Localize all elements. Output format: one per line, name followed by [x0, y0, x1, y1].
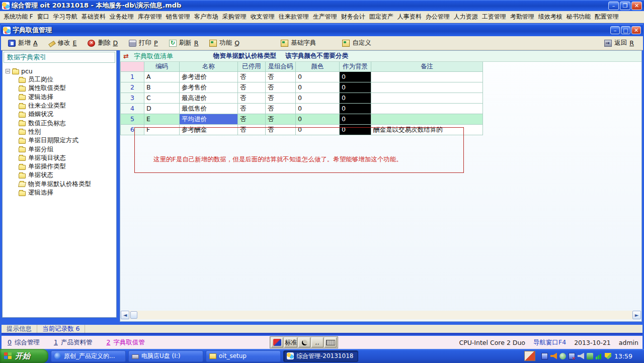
language-bar-icon[interactable] — [524, 351, 535, 361]
mdi-window-tab[interactable]: 0 综合管理 — [8, 338, 40, 347]
edit-button[interactable]: 修改E — [49, 39, 77, 47]
name-cell: 参考售价 — [180, 82, 238, 93]
table-row[interactable]: 2 B 参考售价 否 否 0 0 — [121, 82, 483, 93]
tree-item[interactable]: 单据分组 — [6, 145, 116, 153]
menu-item[interactable]: 绩效考核 — [536, 13, 565, 21]
tray-icon[interactable] — [550, 353, 557, 359]
clock: 13:59 — [614, 352, 632, 360]
scroll-left-icon[interactable]: ◄ — [121, 311, 129, 319]
taskbar-task-button[interactable]: oit_setup — [206, 350, 281, 362]
inner-close-icon[interactable]: ✕ — [631, 26, 641, 34]
tree-item[interactable]: 逻辑选择 — [6, 93, 116, 102]
tree-root-pcu[interactable]: pcu — [6, 67, 116, 75]
tree-item[interactable]: 性别 — [6, 128, 116, 136]
close-icon[interactable]: ✕ — [631, 2, 642, 10]
tree-item-label: 单据日期限定方式 — [28, 136, 78, 145]
table-row[interactable]: 3 C 最高进价 否 否 0 0 — [121, 93, 483, 104]
taskbar-task-button[interactable]: 电脑店U盘 (I:) — [128, 350, 203, 362]
tab-dict-value-list[interactable]: 字典取值清单 — [134, 52, 173, 61]
ime-keyboard-button[interactable] — [325, 337, 337, 347]
table-row[interactable]: 1 A 参考进价 否 否 0 0 — [121, 72, 483, 82]
tray-icon[interactable] — [587, 353, 593, 359]
ime-punctuation-button[interactable]: ,, — [311, 337, 324, 347]
tree-item[interactable]: 单据状态 — [6, 171, 116, 179]
toolbar: 新增A 修改E 删除D 打印P 刷新R 功能Q 基础字典 自定义 返回R — [1, 36, 643, 50]
tray-icon[interactable] — [541, 353, 548, 359]
folder-icon — [19, 130, 26, 135]
menu-item[interactable]: 往来款管理 — [277, 13, 311, 21]
taskbar-task-button[interactable]: 原创_产品定义的... — [51, 350, 126, 362]
tree-item[interactable]: 往来企业类型 — [6, 102, 116, 110]
taskbar-task-button[interactable]: 综合管理-20131018 — [283, 350, 358, 362]
tree-item[interactable]: 逻辑选择 — [6, 189, 116, 197]
ime-language-button[interactable] — [271, 337, 283, 347]
menu-item[interactable]: 固定资产 — [367, 13, 395, 21]
tray-icon[interactable] — [605, 353, 611, 359]
menu-item[interactable]: 财务会计 — [339, 13, 367, 21]
tree-item[interactable]: 单据操作类型 — [6, 162, 116, 171]
menu-item[interactable]: 销售管理 — [164, 13, 192, 21]
tree-item-label: 属性取值类型 — [28, 84, 66, 93]
tree-root-label: pcu — [21, 67, 33, 75]
mdi-window-tab[interactable]: 1 产品资料管 — [54, 338, 92, 347]
menu-item[interactable]: 生产管理 — [311, 13, 339, 21]
tree-item[interactable]: 单据日期限定方式 — [6, 136, 116, 145]
menu-item[interactable]: 工资管理 — [480, 13, 508, 21]
inner-maximize-icon[interactable]: □ — [621, 26, 630, 34]
menu-item[interactable]: 配置管理 — [593, 13, 621, 21]
menu-item[interactable]: 人力资源 — [452, 13, 480, 21]
tray-icon[interactable] — [559, 353, 566, 359]
combo-cell: 否 — [266, 104, 296, 114]
tree-item[interactable]: 数值正负标志 — [6, 119, 116, 127]
tray-icon[interactable] — [578, 353, 584, 359]
function-button[interactable]: 功能Q — [209, 39, 239, 47]
nav-window-shortcut[interactable]: 导航窗口F4 — [533, 338, 566, 347]
menu-item[interactable]: 库存管理 — [136, 13, 164, 21]
tree-item-label: 性别 — [28, 128, 41, 136]
menu-item[interactable]: 采购管理 — [220, 13, 249, 21]
menu-item[interactable]: 业务处理 — [108, 13, 136, 21]
tree-item[interactable]: 婚姻状况 — [6, 110, 116, 119]
tray-icon[interactable] — [596, 353, 602, 359]
scroll-right-icon[interactable]: ► — [632, 311, 641, 319]
menu-item[interactable]: 收支管理 — [249, 13, 277, 21]
note-cell — [371, 93, 483, 104]
table-row[interactable]: 4 D 最低售价 否 否 0 0 — [121, 104, 483, 114]
scrollbar-thumb[interactable] — [130, 311, 137, 319]
color-cell: 0 — [296, 114, 340, 125]
ime-mode-button[interactable]: 标准 — [284, 337, 297, 347]
menu-item[interactable]: 办公管理 — [424, 13, 452, 21]
tree-item-label: 逻辑选择 — [28, 189, 53, 197]
tray-icon[interactable] — [569, 353, 575, 359]
tree-item[interactable]: 物资单据默认价格类型 — [6, 180, 116, 189]
menu-item[interactable]: 系统功能 F — [2, 13, 35, 21]
minimize-icon[interactable]: – — [608, 2, 619, 10]
collapse-icon[interactable] — [6, 69, 10, 73]
tree-item[interactable]: 属性取值类型 — [6, 84, 116, 93]
refresh-button[interactable]: 刷新R — [169, 39, 199, 47]
start-button[interactable]: 开始 — [0, 349, 48, 363]
custom-button[interactable]: 自定义 — [342, 39, 371, 47]
mdi-window-tab[interactable]: 2 字典取值管 — [106, 338, 144, 347]
menu-item[interactable]: 秘书功能 — [565, 13, 593, 21]
menu-item[interactable]: 客户市场 — [192, 13, 220, 21]
delete-button[interactable]: 删除D — [88, 39, 118, 47]
ime-fullhalf-button[interactable] — [298, 337, 310, 347]
menu-item[interactable]: 窗口 — [35, 13, 51, 21]
return-button[interactable]: 返回R — [604, 39, 634, 47]
tree-item[interactable]: 员工岗位 — [6, 75, 116, 84]
table-row[interactable]: 5 E 平均进价 否 否 0 0 — [121, 114, 483, 125]
restore-icon[interactable]: ❐ — [620, 2, 630, 10]
new-button[interactable]: 新增A — [8, 39, 38, 47]
background-cell: 0 — [340, 82, 371, 93]
horizontal-scrollbar[interactable]: ◄ ► — [121, 311, 641, 319]
tree-item[interactable]: 单据项目状态 — [6, 154, 116, 162]
print-button[interactable]: 打印P — [129, 39, 158, 47]
menu-item[interactable]: 考勤管理 — [508, 13, 536, 21]
task-icon — [54, 352, 61, 359]
menu-item[interactable]: 基础资料 — [79, 13, 108, 21]
menu-item[interactable]: 学习导航 — [51, 13, 79, 21]
menu-item[interactable]: 人事资料 — [395, 13, 424, 21]
base-dict-button[interactable]: 基础字典 — [281, 39, 316, 47]
inner-minimize-icon[interactable]: – — [610, 26, 620, 34]
